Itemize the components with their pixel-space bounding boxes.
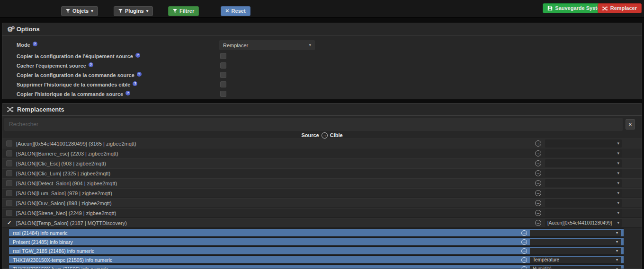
chevron-down-icon: ▾ <box>617 141 619 146</box>
plugins-filter-button[interactable]: Plugins ▾ <box>114 6 153 16</box>
chevron-down-icon: ▾ <box>617 221 619 225</box>
chevron-down-icon: ▾ <box>617 191 619 195</box>
filtrer-button[interactable]: Filtrer <box>168 6 199 16</box>
row-checkbox[interactable] <box>6 200 12 206</box>
option-label-wrap: Copier l'historique de la commande sourc… <box>17 90 130 98</box>
command-row-label: Présent (21485) info binary <box>13 239 73 245</box>
arrow-circle-right-icon: → <box>535 140 541 147</box>
command-row[interactable]: THX1W230150X-tempc (21505) info numeric … <box>9 256 624 263</box>
table-row[interactable]: [SALON][Lum_Salon] (979 | zigbee2mqtt) →… <box>2 188 642 198</box>
chevron-down-icon: ▾ <box>616 267 618 269</box>
table-row[interactable]: ✓ [SALON][Temp_Salon] (2187 | MQTTDiscov… <box>2 218 642 228</box>
help-icon[interactable]: ? <box>33 42 37 46</box>
row-checkbox[interactable] <box>6 180 12 186</box>
device-row-label: [SALON][Temp_Salon] (2187 | MQTTDiscover… <box>16 220 127 226</box>
command-row-label: THX1W230150X-hum (21506) info numeric <box>13 266 108 269</box>
chevron-down-icon: ▾ <box>617 201 619 205</box>
row-target-value: [Aucun][0x54ef441001280499] <box>547 220 612 226</box>
target-select[interactable]: ▾ <box>545 149 622 157</box>
target-select[interactable]: ▾ <box>545 139 622 148</box>
target-select[interactable]: ▾ <box>545 179 622 187</box>
filtrer-button-label: Filtrer <box>179 9 194 14</box>
table-row[interactable]: [SALON][Barriere_esc] (2203 | zigbee2mqt… <box>2 148 642 158</box>
arrow-circle-right-icon: → <box>521 248 527 254</box>
target-select[interactable]: ▾ <box>545 209 622 217</box>
mode-select[interactable]: Remplacer ▾ <box>219 40 315 50</box>
row-checkbox[interactable] <box>6 140 12 147</box>
command-target-select[interactable]: Humidité ▾ <box>530 266 621 269</box>
row-checkbox[interactable] <box>6 210 12 216</box>
table-row[interactable]: [Aucun][0x54ef441001280499] (3165 | zigb… <box>2 139 642 148</box>
objets-button-label: Objets <box>72 9 89 14</box>
chevron-down-icon: ▾ <box>617 161 619 165</box>
source-header-label: Source <box>301 132 319 138</box>
row-checkbox[interactable] <box>6 170 12 176</box>
close-icon: × <box>225 9 229 13</box>
command-target-select[interactable]: ▾ <box>530 248 621 254</box>
table-row[interactable]: [SALON][Sirene_Neo] (2249 | zigbee2mqtt)… <box>2 208 642 218</box>
search-clear-button[interactable]: × <box>626 119 635 130</box>
chevron-down-icon: ▾ <box>91 9 93 13</box>
table-header: Source → Cible <box>2 132 642 139</box>
command-row[interactable]: rssi TGW_2185 (21486) info numeric → ▾ <box>9 247 624 254</box>
help-icon[interactable]: ? <box>137 72 142 77</box>
option-checkbox[interactable] <box>220 62 226 69</box>
search-wrap <box>4 118 623 131</box>
table-row[interactable]: [SALON][Ouv_Salon] (898 | zigbee2mqtt) →… <box>2 198 642 208</box>
filter-icon <box>66 9 70 13</box>
table-row[interactable]: [SALON][Detect_Salon] (904 | zigbee2mqtt… <box>2 178 642 188</box>
top-toolbar: Objets ▾ Plugins ▾ Filtrer × Reset Sauve… <box>0 0 644 18</box>
command-row[interactable]: THX1W230150X-hum (21506) info numeric → … <box>9 265 624 269</box>
gears-icon: ⚙⚙ <box>7 26 13 33</box>
mode-select-value: Remplacer <box>223 43 248 48</box>
remplacements-panel-header: Remplacements <box>2 104 642 116</box>
option-checkbox[interactable] <box>220 81 226 87</box>
search-input[interactable] <box>4 118 623 131</box>
options-title: Options <box>17 26 40 33</box>
command-row[interactable]: Présent (21485) info binary → ▾ <box>9 238 624 245</box>
row-checkbox[interactable] <box>6 160 12 166</box>
objets-filter-button[interactable]: Objets ▾ <box>61 6 98 16</box>
target-select[interactable]: ▾ <box>545 169 622 177</box>
arrow-circle-right-icon: → <box>535 180 541 186</box>
command-target-select[interactable]: ▾ <box>530 239 621 245</box>
help-icon[interactable]: ? <box>125 91 130 95</box>
option-label: Supprimer l'historique de la commandes c… <box>17 82 130 87</box>
option-checkbox[interactable] <box>220 53 226 59</box>
command-target-select[interactable]: ▾ <box>530 230 621 236</box>
reset-button[interactable]: × Reset <box>221 6 250 16</box>
table-row[interactable]: [SALON][Clic_Esc] (903 | zigbee2mqtt) → … <box>2 158 642 168</box>
chevron-down-icon: ▾ <box>616 249 618 253</box>
chevron-down-icon: ▾ <box>617 151 619 156</box>
cible-header-label: Cible <box>330 132 343 138</box>
target-select[interactable]: ▾ <box>545 189 622 197</box>
target-select[interactable]: [Aucun][0x54ef441001280499] ▾ <box>545 219 622 227</box>
command-target-select[interactable]: Température ▾ <box>530 257 621 263</box>
shuffle-icon <box>602 6 608 11</box>
target-select[interactable]: ▾ <box>545 199 622 207</box>
help-icon[interactable]: ? <box>89 62 93 67</box>
row-checkbox[interactable]: ✓ <box>6 220 12 226</box>
command-row-label: rssi (21484) info numeric <box>13 230 68 236</box>
remplacer-button[interactable]: Remplacer <box>598 3 642 13</box>
table-row[interactable]: [SALON][Clic_Lum] (2325 | zigbee2mqtt) →… <box>2 168 642 178</box>
arrow-circle-right-icon: → <box>521 257 527 263</box>
option-label: Copier la configuration de l'équipement … <box>17 53 133 59</box>
mode-label: Mode <box>17 42 30 48</box>
help-icon[interactable]: ? <box>135 53 140 58</box>
chevron-down-icon: ▾ <box>146 9 149 13</box>
arrow-circle-right-icon: → <box>521 266 527 269</box>
command-row[interactable]: rssi (21484) info numeric → ▾ <box>9 229 624 236</box>
row-checkbox[interactable] <box>6 190 12 196</box>
option-label: Cacher l'équipement source <box>17 63 86 69</box>
device-row-label: [Aucun][0x54ef441001280499] (3165 | zigb… <box>16 141 136 147</box>
option-checkbox[interactable] <box>220 72 226 78</box>
row-checkbox[interactable] <box>6 150 12 156</box>
arrow-circle-right-icon: → <box>535 150 541 156</box>
option-label: Copier l'historique de la commande sourc… <box>17 91 123 97</box>
options-panel: ⚙⚙ Options Mode ? Remplacer ▾ Copier la … <box>2 23 642 99</box>
option-label-wrap: Copier la configuration de l'équipement … <box>17 52 140 60</box>
help-icon[interactable]: ? <box>133 81 137 86</box>
option-checkbox[interactable] <box>220 91 226 97</box>
target-select[interactable]: ▾ <box>545 159 622 167</box>
